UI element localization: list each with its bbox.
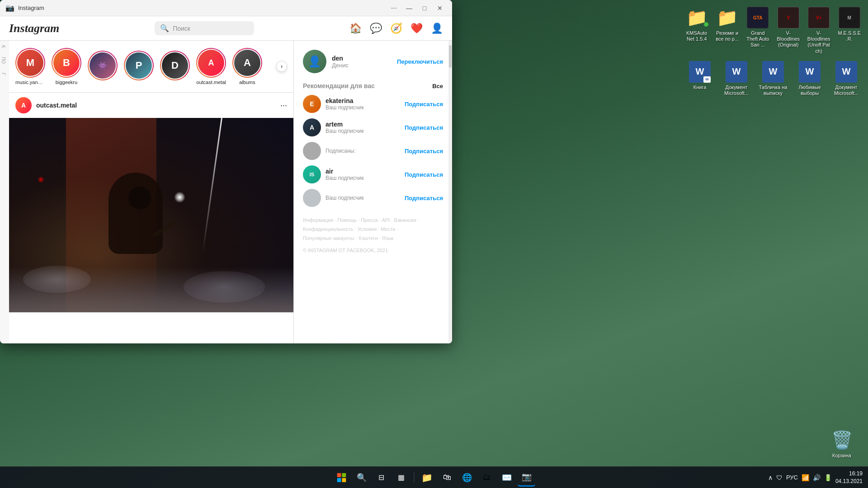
- user-main-fullname: Денис: [332, 62, 349, 69]
- volume-icon[interactable]: 🔊: [813, 474, 821, 481]
- recycle-bin-icon[interactable]: 🗑️ Корзина: [825, 427, 859, 461]
- post-options-button[interactable]: ···: [280, 101, 287, 110]
- explore-icon[interactable]: 🧭: [390, 23, 402, 34]
- desktop-icon-label: V-Bloodlines (Original): [777, 30, 801, 48]
- footer-terms[interactable]: Условия: [358, 226, 377, 232]
- footer-privacy[interactable]: Конфиденциальность: [303, 226, 354, 232]
- user-main-avatar[interactable]: 👤: [303, 50, 326, 73]
- svg-rect-1: [342, 473, 346, 477]
- footer-language[interactable]: Язык: [382, 235, 394, 241]
- start-button[interactable]: [333, 469, 351, 487]
- search-input[interactable]: [173, 25, 249, 32]
- footer-api[interactable]: API: [382, 217, 390, 223]
- rec-sub: Ваш подписчик: [326, 128, 364, 134]
- desktop-icon-vblood-patch[interactable]: V+ V-Bloodlines (Unoff.Patch): [805, 5, 833, 56]
- rec-avatar: [303, 189, 321, 207]
- edge-icon: 🌐: [462, 473, 472, 483]
- maximize-button[interactable]: □: [418, 3, 431, 14]
- footer-press[interactable]: Пресса: [361, 217, 377, 223]
- tray-chevron-icon[interactable]: ∧: [768, 474, 773, 481]
- post-user-info: A outcast.metal: [15, 97, 77, 113]
- mail-icon: ✉️: [502, 473, 512, 483]
- messenger-icon[interactable]: 💬: [370, 23, 382, 34]
- story-avatar-letter: D: [171, 60, 179, 71]
- rec-all-button[interactable]: Все: [432, 83, 443, 89]
- story-item-5[interactable]: D: [160, 51, 190, 82]
- edge-button[interactable]: 🌐: [458, 469, 476, 487]
- profile-icon[interactable]: 👤: [431, 23, 443, 34]
- desktop-icon-gta[interactable]: GTA Grand Theft Auto San ...: [744, 5, 772, 56]
- activity-icon[interactable]: ❤️: [410, 23, 423, 34]
- left-quick-nav: К ПО Г: [0, 41, 9, 343]
- footer-jobs[interactable]: Вакансии: [394, 217, 416, 223]
- widgets-button[interactable]: ▦: [392, 469, 410, 487]
- instagram-icon: 📷: [522, 472, 532, 482]
- story-item-3[interactable]: 👾: [88, 51, 118, 82]
- desktop-icon-label: Резюме и все по р...: [716, 30, 740, 42]
- instagram-taskbar-button[interactable]: 📷: [518, 469, 536, 487]
- subscribe-3-button[interactable]: Подписаться: [405, 148, 443, 155]
- desktop-icon-word5[interactable]: W Документ Microsoft...: [829, 59, 863, 99]
- recommendations-header: Рекомендации для вас Все: [303, 82, 443, 89]
- rec-item-3: Подписаны: Подписаться: [303, 142, 443, 160]
- battery-icon[interactable]: 🔋: [824, 474, 832, 481]
- subscribe-air-button[interactable]: Подписаться: [405, 171, 443, 178]
- story-avatar-letter: A: [208, 58, 214, 68]
- clock-date: 04.13.2021: [835, 478, 863, 485]
- desktop-icon-word2[interactable]: W Документ Microsoft...: [719, 59, 754, 99]
- post-image: [9, 118, 293, 312]
- files-button[interactable]: 🗂: [478, 469, 496, 487]
- scroll-thumb[interactable]: [449, 45, 452, 68]
- story-item-albums[interactable]: A albums: [232, 48, 262, 85]
- tray-shield-icon[interactable]: 🛡: [776, 474, 783, 481]
- user-main-name: den: [332, 55, 349, 62]
- footer-hashtags[interactable]: Хэштеги: [359, 235, 378, 241]
- instagram-logo: Instagram: [9, 22, 59, 35]
- story-label: outcast.metal: [196, 80, 226, 85]
- rec-sub: Ваш подписчик: [326, 104, 364, 111]
- rec-avatar: E: [303, 95, 321, 113]
- store-button[interactable]: 🛍: [438, 469, 456, 487]
- subscribe-ekaterina-button[interactable]: Подписаться: [405, 101, 443, 108]
- scrollbar[interactable]: [448, 41, 452, 343]
- story-item-music-yandex[interactable]: M music.yandex: [15, 48, 45, 85]
- close-button[interactable]: ✕: [433, 3, 447, 14]
- post-username[interactable]: outcast.metal: [36, 102, 77, 109]
- subscribe-artem-button[interactable]: Подписаться: [405, 124, 443, 131]
- taskbar-search-button[interactable]: 🔍: [353, 469, 371, 487]
- rec-item-5: Ваш подписчик Подписаться: [303, 189, 443, 207]
- rec-left: E ekaterina Ваш подписчик: [303, 95, 364, 113]
- desktop-icon-kmsauto[interactable]: 📁 KMSAuto Net 1.5.4: [683, 5, 711, 56]
- mail-button[interactable]: ✉️: [498, 469, 516, 487]
- footer-info[interactable]: Информация: [303, 217, 333, 223]
- desktop-icon-messer[interactable]: M M.E.S.S.E.R.: [835, 5, 864, 56]
- story-item-4[interactable]: P: [124, 51, 154, 82]
- home-icon[interactable]: 🏠: [349, 23, 362, 34]
- rec-left: IS air Ваш подписчик: [303, 165, 364, 183]
- story-label: biggeekru: [56, 80, 77, 85]
- search-bar[interactable]: 🔍: [155, 21, 254, 35]
- subscribe-5-button[interactable]: Подписаться: [405, 195, 443, 202]
- story-item-outcast-metal[interactable]: A outcast.metal: [196, 48, 226, 85]
- svg-rect-2: [337, 478, 341, 482]
- language-indicator[interactable]: РУС: [786, 474, 798, 481]
- story-item-biggeekru[interactable]: B biggeekru: [52, 48, 81, 85]
- taskbar-clock[interactable]: 16:19 04.13.2021: [835, 470, 863, 485]
- task-view-button[interactable]: ⊟: [373, 469, 391, 487]
- window-menu-btn[interactable]: ···: [387, 2, 401, 14]
- footer-help[interactable]: Помощь: [338, 217, 357, 223]
- desktop-icon-word4[interactable]: W Любимые выборы: [793, 59, 827, 99]
- switch-account-button[interactable]: Переключиться: [397, 58, 443, 65]
- desktop-icon-resume[interactable]: 📁 Резюме и все по р...: [713, 5, 742, 56]
- footer-places[interactable]: Места: [381, 226, 395, 232]
- wifi-icon[interactable]: 📶: [802, 474, 809, 481]
- stories-next-button[interactable]: ›: [276, 61, 287, 72]
- minimize-button[interactable]: —: [402, 3, 416, 14]
- desktop-icon-word1[interactable]: W W Книга: [683, 59, 717, 99]
- footer-top-accounts[interactable]: Популярные аккаунты: [303, 235, 354, 241]
- desktop-icon-vblood-orig[interactable]: V V-Bloodlines (Original): [774, 5, 803, 56]
- file-explorer-button[interactable]: 📁: [418, 469, 436, 487]
- user-name-group: den Денис: [332, 55, 349, 69]
- desktop-icon-word3[interactable]: W Табличка на выписку: [756, 59, 790, 99]
- rec-name-group: artem Ваш подписчик: [326, 121, 364, 134]
